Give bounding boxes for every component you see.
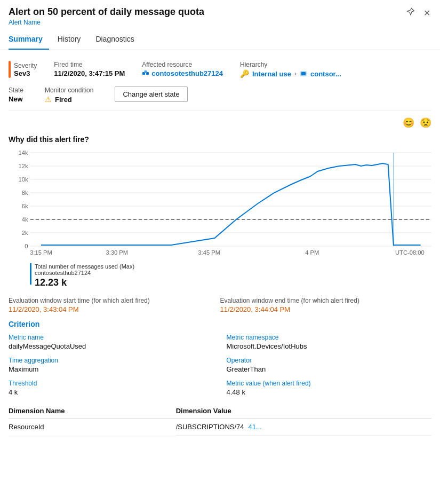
metric-name-value: dailyMessageQuotaUsed xyxy=(9,342,214,350)
svg-text:3:45 PM: 3:45 PM xyxy=(198,249,220,256)
operator-value: GreaterThan xyxy=(227,365,432,373)
svg-rect-2 xyxy=(145,70,147,73)
severity-item: Severity Sev3 xyxy=(9,61,37,78)
dimension-value-extra: 41... xyxy=(249,423,262,431)
state-value: New xyxy=(9,95,23,103)
eval-end-label: Evaluation window end time (for which al… xyxy=(220,297,432,304)
tab-summary[interactable]: Summary xyxy=(9,30,49,50)
warning-icon: ⚠ xyxy=(45,95,52,104)
svg-text:12k: 12k xyxy=(19,163,28,169)
hierarchy-value-row: 🔑 Internal use › contsor... xyxy=(240,69,341,78)
dimension-name-cell: ResourceId xyxy=(9,419,176,436)
monitor-condition-value: ⚠ Fired xyxy=(45,95,93,104)
eval-start-label: Evaluation window start time (for which … xyxy=(9,297,220,304)
metric-value-label: Metric value (when alert fired) xyxy=(227,380,432,387)
dimension-value-cell: /SUBSCRIPTIONS/74 41... xyxy=(176,419,431,436)
eval-end-item: Evaluation window end time (for which al… xyxy=(220,297,432,313)
feedback-row: 😊 😟 xyxy=(9,115,431,131)
hierarchy-item: Hierarchy 🔑 Internal use › contsor... xyxy=(240,61,341,78)
fired-time-value: 11/2/2020, 3:47:15 PM xyxy=(54,69,125,77)
eval-end-value: 11/2/2020, 3:44:04 PM xyxy=(220,305,432,313)
svg-text:14k: 14k xyxy=(19,150,28,156)
threshold-item: Threshold 4 k xyxy=(9,380,214,396)
resource-icon xyxy=(142,70,149,77)
state-row: State New Monitor condition ⚠ Fired Chan… xyxy=(9,82,431,106)
svg-text:3:30 PM: 3:30 PM xyxy=(106,249,129,256)
fired-time-item: Fired time 11/2/2020, 3:47:15 PM xyxy=(54,61,125,77)
svg-text:10k: 10k xyxy=(19,176,28,183)
legend-bar xyxy=(30,263,31,285)
panel-header: Alert on 50 percent of daily message quo… xyxy=(0,0,440,28)
hierarchy-child-icon xyxy=(300,70,307,77)
operator-label: Operator xyxy=(227,357,432,364)
severity-label: Severity xyxy=(14,62,37,69)
dimension-value-text: /SUBSCRIPTIONS/74 xyxy=(176,423,244,431)
monitor-condition-label: Monitor condition xyxy=(45,86,93,94)
svg-text:0: 0 xyxy=(25,243,28,249)
threshold-value: 4 k xyxy=(9,388,214,396)
severity-value: Sev3 xyxy=(14,69,37,77)
metric-namespace-value: Microsoft.Devices/IotHubs xyxy=(227,342,432,350)
table-row: ResourceId /SUBSCRIPTIONS/74 41... xyxy=(9,419,431,436)
svg-text:3:15 PM: 3:15 PM xyxy=(30,249,52,256)
time-aggregation-item: Time aggregation Maximum xyxy=(9,357,214,373)
sad-feedback-icon[interactable]: 😟 xyxy=(420,117,431,129)
criterion-title: Criterion xyxy=(9,320,431,328)
monitor-fired-text: Fired xyxy=(55,96,72,104)
svg-text:6k: 6k xyxy=(22,203,28,209)
change-alert-container: Change alert state xyxy=(115,86,187,102)
svg-rect-4 xyxy=(301,72,306,75)
metric-namespace-label: Metric namespace xyxy=(227,334,432,341)
state-item: State New xyxy=(9,86,23,103)
evaluation-row: Evaluation window start time (for which … xyxy=(9,297,431,313)
hierarchy-label: Hierarchy xyxy=(240,61,341,68)
monitor-condition-item: Monitor condition ⚠ Fired xyxy=(45,86,93,104)
legend-line1: Total number of messages used (Max) xyxy=(35,263,134,270)
change-alert-button[interactable]: Change alert state xyxy=(115,86,187,102)
panel-subtitle: Alert Name xyxy=(9,19,204,26)
dimension-col2-header: Dimension Value xyxy=(176,403,431,419)
panel-title: Alert on 50 percent of daily message quo… xyxy=(9,6,204,18)
dimension-table: Dimension Name Dimension Value ResourceI… xyxy=(9,403,431,436)
time-aggregation-value: Maximum xyxy=(9,365,214,373)
criterion-section: Criterion Metric name dailyMessageQuotaU… xyxy=(9,320,431,396)
svg-text:4 PM: 4 PM xyxy=(305,249,319,256)
header-icons: ✕ xyxy=(405,6,431,19)
affected-resource-value[interactable]: contosotesthub27124 xyxy=(142,69,223,77)
chart-container: 14k 12k 10k 8k 6k 4k 2k 0 3:15 PM 3:30 P… xyxy=(9,150,431,257)
hierarchy-arrow: › xyxy=(294,70,297,77)
criterion-grid: Metric name dailyMessageQuotaUsed Metric… xyxy=(9,334,431,396)
chart-section: Why did this alert fire? 14k 12k 10k xyxy=(9,135,431,288)
pin-button[interactable] xyxy=(405,6,416,19)
metric-value-value: 4.48 k xyxy=(227,388,432,396)
dimension-section: Dimension Name Dimension Value ResourceI… xyxy=(9,403,431,436)
tabs-bar: Summary History Diagnostics xyxy=(0,30,440,50)
tab-diagnostics[interactable]: Diagnostics xyxy=(95,30,140,50)
severity-indicator xyxy=(9,61,11,78)
metric-value-item: Metric value (when alert fired) 4.48 k xyxy=(227,380,432,396)
hierarchy-value[interactable]: Internal use xyxy=(252,70,291,78)
chart-svg: 14k 12k 10k 8k 6k 4k 2k 0 3:15 PM 3:30 P… xyxy=(9,150,431,257)
metric-namespace-item: Metric namespace Microsoft.Devices/IotHu… xyxy=(227,334,432,350)
meta-row-1: Severity Sev3 Fired time 11/2/2020, 3:47… xyxy=(9,57,431,82)
time-aggregation-label: Time aggregation xyxy=(9,357,214,364)
chart-title: Why did this alert fire? xyxy=(9,135,431,144)
affected-resource-label: Affected resource xyxy=(142,61,223,68)
happy-feedback-icon[interactable]: 😊 xyxy=(403,117,414,129)
dimension-col1-header: Dimension Name xyxy=(9,403,176,419)
close-button[interactable]: ✕ xyxy=(422,7,431,19)
affected-resource-item: Affected resource contosotesthub27124 xyxy=(142,61,223,77)
chart-legend: Total number of messages used (Max) cont… xyxy=(9,261,431,288)
content-area: Severity Sev3 Fired time 11/2/2020, 3:47… xyxy=(0,50,440,443)
key-icon: 🔑 xyxy=(240,69,249,78)
hierarchy-child[interactable]: contsor... xyxy=(310,70,341,78)
tab-history[interactable]: History xyxy=(58,30,87,50)
operator-item: Operator GreaterThan xyxy=(227,357,432,373)
severity-text: Severity Sev3 xyxy=(14,62,37,77)
legend-line2: contosotesthub27124 xyxy=(35,270,134,276)
metric-name-label: Metric name xyxy=(9,334,214,341)
threshold-label: Threshold xyxy=(9,380,214,387)
state-label: State xyxy=(9,86,23,94)
eval-start-value: 11/2/2020, 3:43:04 PM xyxy=(9,305,220,313)
legend-value: 12.23 k xyxy=(35,277,134,288)
